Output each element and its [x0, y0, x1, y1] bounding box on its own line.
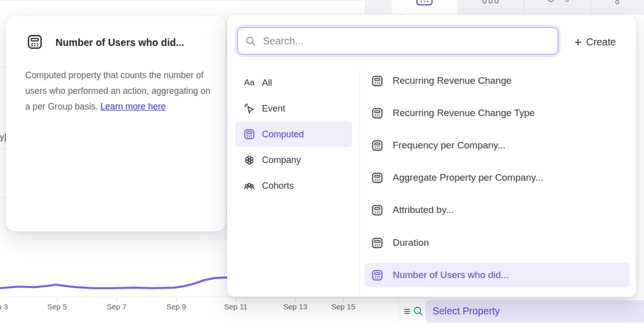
category-label: Cohorts: [262, 181, 294, 191]
bars-icon: [481, 0, 500, 4]
x-axis-label: Sep 3: [0, 302, 8, 311]
divider: [591, 0, 591, 14]
plus-icon: +: [574, 35, 582, 49]
board-icon: [416, 0, 433, 6]
search-box: [237, 27, 558, 55]
property-select-dropdown: + Create Aa All Event Computed Company C…: [227, 15, 636, 297]
learn-more-link[interactable]: Learn more here: [100, 101, 166, 112]
chart-line-series: [0, 277, 237, 288]
property-item[interactable]: Aggregate Property per Company...: [364, 166, 630, 190]
property-item[interactable]: Duration: [364, 231, 630, 255]
pin-icon: [614, 0, 621, 5]
calculator-icon: [371, 107, 384, 120]
chart-type-tabs: [392, 0, 644, 14]
category-item-computed[interactable]: Computed: [235, 122, 352, 147]
property-item[interactable]: Attributed by...: [364, 198, 630, 222]
axis-tick: [236, 298, 236, 302]
x-axis-label: Sep 11: [224, 302, 247, 311]
calculator-icon: [371, 172, 384, 184]
property-item[interactable]: Frequency per Company...: [364, 133, 630, 157]
property-label: Aggregate Property per Company...: [393, 172, 544, 183]
category-label: All: [262, 78, 272, 88]
tab-1-active[interactable]: [392, 0, 457, 14]
tab-4[interactable]: [591, 0, 644, 14]
calculator-icon: [243, 128, 255, 140]
x-axis-label: Sep 5: [47, 302, 67, 311]
axis-tick: [343, 298, 344, 302]
panel-gap: [365, 0, 392, 14]
category-item-all[interactable]: Aa All: [235, 70, 352, 95]
x-axis-label: Sep 13: [283, 302, 307, 311]
calculator-icon: [371, 269, 384, 282]
divider: [524, 0, 524, 14]
calculator-icon: [26, 33, 43, 50]
calculator-icon: [371, 139, 384, 152]
property-label: Attributed by...: [393, 204, 454, 215]
cohorts-people-icon: [243, 180, 255, 192]
axis-tick: [117, 298, 117, 302]
loop-icon: [546, 0, 569, 5]
calculator-icon: [371, 204, 384, 217]
property-tooltip: Number of Users who did... Computed prop…: [6, 16, 226, 231]
category-item-event[interactable]: Event: [235, 96, 352, 121]
x-axis-label: Sep 9: [166, 302, 186, 311]
select-property-label: Select Property: [433, 305, 500, 317]
category-item-cohorts[interactable]: Cohorts: [235, 173, 352, 198]
property-item[interactable]: Recurring Revenue Change Type: [364, 101, 630, 125]
drag-handle-icon[interactable]: [403, 307, 412, 316]
calculator-icon: [371, 75, 384, 87]
create-button-label: Create: [586, 36, 616, 48]
x-axis-label: Sep 15: [331, 302, 355, 311]
property-label: Recurring Revenue Change Type: [393, 107, 535, 119]
divider: [359, 71, 360, 296]
calculator-icon: [371, 237, 384, 249]
property-label: Recurring Revenue Change: [393, 75, 512, 86]
property-label: Frequency per Company...: [393, 140, 506, 151]
axis-tick: [57, 298, 58, 302]
app-screen: y] Sep 3 Sep 5 Sep 7 Sep 9 Sep 11 Sep 13…: [0, 0, 644, 324]
company-cluster-icon: [243, 154, 255, 166]
property-item-selected[interactable]: Number of Users who did...: [364, 263, 630, 287]
axis-tick: [176, 298, 177, 302]
tab-3[interactable]: [524, 0, 591, 14]
metric-search-icon: [412, 305, 424, 317]
category-label: Computed: [262, 129, 304, 140]
tab-2[interactable]: [457, 0, 524, 14]
category-item-company[interactable]: Company: [235, 147, 352, 173]
property-label: Number of Users who did...: [393, 269, 509, 281]
x-axis-line: [0, 297, 399, 297]
tooltip-title: Number of Users who did...: [56, 37, 184, 48]
category-label: Event: [262, 103, 285, 114]
property-label: Duration: [393, 237, 429, 248]
create-button[interactable]: + Create: [574, 34, 616, 49]
text-format-icon: Aa: [243, 78, 255, 88]
cursor-sparkle-icon: [243, 102, 255, 115]
tooltip-description: Computed property that counts the number…: [25, 68, 213, 115]
search-input[interactable]: [262, 28, 550, 54]
axis-tick: [295, 298, 296, 302]
x-axis-label: Sep 7: [106, 302, 126, 311]
category-label: Company: [262, 155, 301, 166]
search-icon: [245, 35, 256, 47]
property-item[interactable]: Recurring Revenue Change: [364, 69, 630, 93]
